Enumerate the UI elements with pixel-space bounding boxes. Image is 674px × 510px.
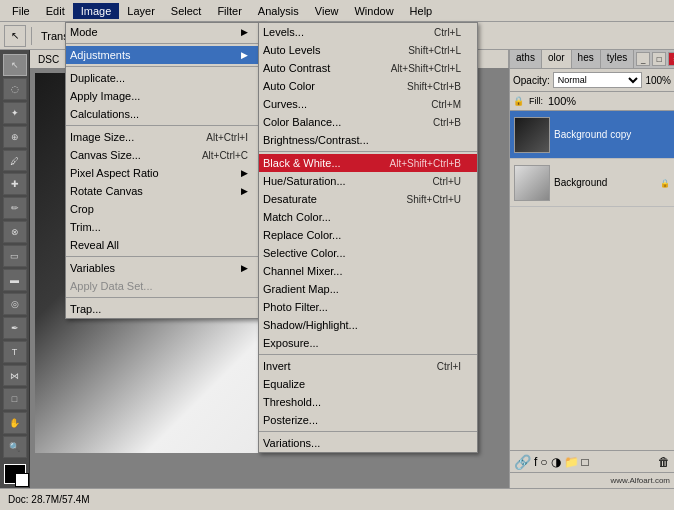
background-color[interactable] [15,473,29,487]
menu-window[interactable]: Window [346,3,401,19]
adj-shadow-highlight[interactable]: Shadow/Highlight... [259,316,477,334]
adj-posterize[interactable]: Posterize... [259,411,477,429]
eraser-tool[interactable]: ▭ [3,245,27,267]
adj-brightness-contrast[interactable]: Brightness/Contrast... [259,131,477,149]
image-menu-mode[interactable]: Mode ▶ [66,23,264,41]
tab-channels[interactable]: hes [572,50,601,68]
image-menu-apply-image[interactable]: Apply Image... [66,87,264,105]
image-menu-trap[interactable]: Trap... [66,300,264,318]
image-menu-adjustments[interactable]: Adjustments ▶ [66,46,264,64]
panel-maximize-btn[interactable]: □ [652,52,666,66]
adj-auto-color[interactable]: Auto Color Shift+Ctrl+B [259,77,477,95]
adj-threshold[interactable]: Threshold... [259,393,477,411]
menu-analysis[interactable]: Analysis [250,3,307,19]
shape-tool[interactable]: □ [3,388,27,410]
adj-curves[interactable]: Curves... Ctrl+M [259,95,477,113]
adj-levels[interactable]: Levels... Ctrl+L [259,23,477,41]
magic-wand-tool[interactable]: ✦ [3,102,27,124]
adjustments-menu: Levels... Ctrl+L Auto Levels Shift+Ctrl+… [258,22,478,453]
adj-equalize[interactable]: Equalize [259,375,477,393]
photo-filter-label: Photo Filter... [263,301,461,313]
image-menu-duplicate[interactable]: Duplicate... [66,69,264,87]
menu-edit[interactable]: Edit [38,3,73,19]
auto-color-label: Auto Color [263,80,387,92]
image-menu-trim[interactable]: Trim... [66,218,264,236]
menu-file[interactable]: File [4,3,38,19]
adj-hue-saturation[interactable]: Hue/Saturation... Ctrl+U [259,172,477,190]
layers-link-btn[interactable]: 🔗 [514,454,531,470]
image-menu-calculations[interactable]: Calculations... [66,105,264,123]
adj-color-balance[interactable]: Color Balance... Ctrl+B [259,113,477,131]
brush-tool[interactable]: ✏ [3,197,27,219]
lasso-tool[interactable]: ◌ [3,78,27,100]
hue-saturation-label: Hue/Saturation... [263,175,412,187]
blend-mode-select[interactable]: Normal [553,72,643,88]
adj-black-white[interactable]: Black & White... Alt+Shift+Ctrl+B [259,154,477,172]
tab-color[interactable]: olor [542,50,572,68]
crop-tool[interactable]: ⊕ [3,126,27,148]
image-menu-image-size[interactable]: Image Size... Alt+Ctrl+I [66,128,264,146]
type-tool[interactable]: T [3,341,27,363]
clone-tool[interactable]: ⊗ [3,221,27,243]
adjustments-label: Adjustments [70,49,241,61]
foreground-color[interactable] [4,464,26,484]
adj-exposure[interactable]: Exposure... [259,334,477,352]
adj-auto-contrast[interactable]: Auto Contrast Alt+Shift+Ctrl+L [259,59,477,77]
opacity-label: Opacity: [513,75,550,86]
image-menu-rotate-canvas[interactable]: Rotate Canvas ▶ [66,182,264,200]
menu-image[interactable]: Image [73,3,120,19]
curves-label: Curves... [263,98,411,110]
image-menu-crop[interactable]: Crop [66,200,264,218]
layers-delete-btn[interactable]: 🗑 [658,455,670,469]
adj-gradient-map[interactable]: Gradient Map... [259,280,477,298]
match-color-label: Match Color... [263,211,461,223]
adj-desaturate[interactable]: Desaturate Shift+Ctrl+U [259,190,477,208]
adj-variations[interactable]: Variations... [259,434,477,452]
path-tool[interactable]: ⋈ [3,365,27,387]
panel-close-btn[interactable]: × [668,52,674,66]
layers-new-btn[interactable]: □ [582,455,589,469]
posterize-label: Posterize... [263,414,461,426]
gradient-tool[interactable]: ▬ [3,269,27,291]
layer-item-background[interactable]: Background [510,159,674,207]
menu-select[interactable]: Select [163,3,210,19]
layers-fx-btn[interactable]: f [534,455,537,469]
eyedropper-tool[interactable]: 🖊 [3,150,27,172]
image-menu-canvas-size[interactable]: Canvas Size... Alt+Ctrl+C [66,146,264,164]
doc-info: Doc: 28.7M/57.4M [8,494,90,505]
zoom-tool[interactable]: 🔍 [3,436,27,458]
menu-view[interactable]: View [307,3,347,19]
website-label: www.Alfoart.com [510,472,674,488]
tab-paths[interactable]: aths [510,50,542,68]
menu-filter[interactable]: Filter [209,3,249,19]
menu-layer[interactable]: Layer [119,3,163,19]
move-tool-btn[interactable]: ↖ [4,25,26,47]
adj-invert[interactable]: Invert Ctrl+I [259,357,477,375]
duplicate-label: Duplicate... [70,72,248,84]
layers-folder-btn[interactable]: 📁 [564,455,579,469]
panel-minimize-btn[interactable]: _ [636,52,650,66]
heal-tool[interactable]: ✚ [3,173,27,195]
layers-adjustment-btn[interactable]: ◑ [551,455,561,469]
image-menu-apply-data-set[interactable]: Apply Data Set... [66,277,264,295]
adj-replace-color[interactable]: Replace Color... [259,226,477,244]
hand-tool[interactable]: ✋ [3,412,27,434]
image-menu-pixel-aspect[interactable]: Pixel Aspect Ratio ▶ [66,164,264,182]
adj-channel-mixer[interactable]: Channel Mixer... [259,262,477,280]
dodge-tool[interactable]: ◎ [3,293,27,315]
menu-help[interactable]: Help [402,3,441,19]
pen-tool[interactable]: ✒ [3,317,27,339]
opacity-controls: Opacity: Normal 100% [510,69,674,92]
adj-photo-filter[interactable]: Photo Filter... [259,298,477,316]
auto-color-shortcut: Shift+Ctrl+B [387,81,461,92]
tab-styles[interactable]: tyles [601,50,635,68]
select-tool[interactable]: ↖ [3,54,27,76]
adj-auto-levels[interactable]: Auto Levels Shift+Ctrl+L [259,41,477,59]
layer-item-background-copy[interactable]: Background copy [510,111,674,159]
shadow-highlight-label: Shadow/Highlight... [263,319,461,331]
layers-mask-btn[interactable]: ○ [540,455,547,469]
adj-selective-color[interactable]: Selective Color... [259,244,477,262]
image-menu-variables[interactable]: Variables ▶ [66,259,264,277]
image-menu-reveal-all[interactable]: Reveal All [66,236,264,254]
adj-match-color[interactable]: Match Color... [259,208,477,226]
